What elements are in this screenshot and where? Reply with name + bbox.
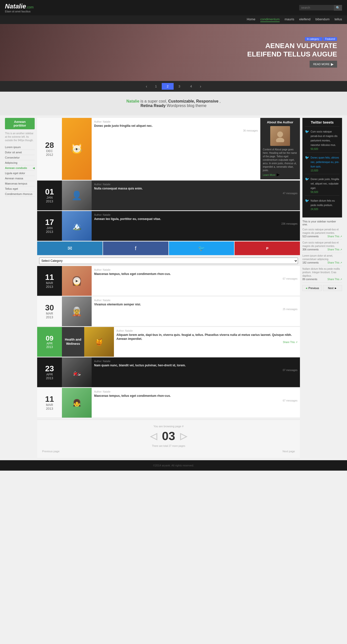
slide-1[interactable]: 1 xyxy=(150,83,162,90)
nav-bibendum[interactable]: bibendum xyxy=(316,17,330,22)
post-day: 17 xyxy=(45,218,54,226)
share-link[interactable]: Share This ↗ xyxy=(328,235,342,238)
next-page-label[interactable]: Next page xyxy=(282,450,295,453)
sidebar-menu-item[interactable]: Ligula eget dolor xyxy=(5,171,35,176)
post-image[interactable]: 🍯 xyxy=(84,327,114,357)
tweet-count: 50,920 xyxy=(310,148,340,150)
slideshow-prev-button[interactable]: ‹ xyxy=(143,83,150,90)
prev-page-label[interactable]: Previous page xyxy=(42,450,60,453)
post-day: 11 xyxy=(45,273,54,281)
post-month: JAN xyxy=(46,196,53,200)
post-block-3: 17 JAN 2013 🏔️ Author: Natalie Aenean le… xyxy=(37,211,300,266)
post-image[interactable]: 🏍️ xyxy=(62,358,92,387)
post-image[interactable]: 🐱 ▶ xyxy=(62,118,92,180)
post-image[interactable]: 👧 xyxy=(62,388,92,418)
author-avatar-svg xyxy=(274,130,286,142)
post-messages: 67 messages xyxy=(94,278,298,280)
sidebar-menu-item[interactable]: Dolor sit amet xyxy=(5,150,35,155)
share-link[interactable]: Share This ↗ xyxy=(328,278,342,281)
sidebar-menu-item[interactable]: Lorem ipsum xyxy=(5,145,35,150)
post-author: Author: Natalie xyxy=(94,268,298,271)
sidebar-menu-item[interactable]: Adipiscing xyxy=(5,160,35,166)
share-this[interactable]: Share This ↗ xyxy=(116,341,298,344)
sidebar-menu-item[interactable]: Aenean massa xyxy=(5,176,35,181)
hero-content: In category : Featured AENEAN VULPUTATE … xyxy=(247,38,347,68)
slide-2[interactable]: 2 xyxy=(162,83,174,90)
nav-condimentum[interactable]: condimentum xyxy=(260,17,280,22)
sidebar-prev-button[interactable]: ◄ Previous xyxy=(302,285,322,291)
post-messages: 36 messages xyxy=(94,129,258,132)
about-author-box: About the Author Content of About page g… xyxy=(260,118,300,179)
post-author: Author: Natalie xyxy=(94,360,298,362)
post-title[interactable]: Aliquam lorem ante, dapi-bus in, viverra… xyxy=(116,333,298,341)
intro-text4: , xyxy=(220,99,220,103)
share-link[interactable]: Share This ↗ xyxy=(328,261,342,264)
comment-text: Cum socis natoque penati-bus et magnis d… xyxy=(302,228,342,235)
share-link[interactable]: Share This ↗ xyxy=(328,248,342,252)
post-title[interactable]: Vivamus elementum semper nisi. xyxy=(94,303,298,307)
post-title[interactable]: Nulla consequat massa quis enim. xyxy=(94,187,298,191)
learn-more-link[interactable]: Learn More xyxy=(263,174,276,176)
prev-arrow-icon: ◄ xyxy=(305,286,308,290)
post-image[interactable]: 🧝 xyxy=(62,296,92,326)
sidebar-menu-item[interactable]: Consectetur xyxy=(5,155,35,160)
post-content: Author: Natalie Donec pede justo fringil… xyxy=(92,118,260,180)
nav-eleifend[interactable]: eleifend xyxy=(299,17,310,22)
tweet-count: 13,920 xyxy=(310,169,340,172)
sidebar-menu-item[interactable]: Maecenas tempus xyxy=(5,181,35,186)
sidebar-description: This is an another sidebar at the extrem… xyxy=(5,132,35,142)
post-image[interactable]: 👩 ▶ xyxy=(62,266,92,296)
footer-copyright: ©2014 aryank. All rights reserved. xyxy=(153,464,194,467)
slide-4[interactable]: 4 xyxy=(185,83,197,90)
pinterest-icon[interactable]: P xyxy=(234,242,300,255)
post-thumbnail: 👤 xyxy=(62,180,92,210)
hero-category: In category : Featured xyxy=(247,38,337,40)
facebook-icon[interactable]: f xyxy=(103,242,168,255)
post-title[interactable]: Aenean leo ligula, porttitor eu, consequ… xyxy=(94,217,298,221)
sidebar-menu-item[interactable]: Condimentum rhoncus xyxy=(5,192,35,197)
nav-tellus[interactable]: tellus xyxy=(334,17,342,22)
post-author: Author: Natalie xyxy=(94,299,298,302)
email-icon[interactable]: ✉ xyxy=(37,242,102,255)
search-input[interactable] xyxy=(299,5,334,10)
post-row: 30 MAR 2013 🧝 Author: Natalie Vivamus el… xyxy=(37,296,300,326)
post-month: JAN xyxy=(46,226,53,230)
next-page-button[interactable]: ▷ xyxy=(180,432,187,441)
search-button[interactable]: 🔍 xyxy=(334,5,342,11)
honey-icon: 🍯 xyxy=(95,338,104,346)
post-title[interactable]: Maecenas tempus, tellus eget condimentum… xyxy=(94,394,298,398)
current-page-number: 03 xyxy=(162,430,175,442)
sidebar-widget-title: Aenean porttitor xyxy=(5,118,35,129)
post-month: MAR xyxy=(46,281,53,285)
post-year: 2013 xyxy=(46,200,53,203)
nav-mauris[interactable]: mauris xyxy=(284,17,294,22)
post-date: 28 DEC 2012 xyxy=(37,118,62,180)
post-image[interactable]: 👤 xyxy=(62,180,92,210)
post-title[interactable]: Maecenas tempus, tellus eget condimentum… xyxy=(94,272,298,276)
play-button-icon[interactable]: ▶ xyxy=(73,145,80,152)
tweet-text: Donec pede justo, fringilla vel, aliquet… xyxy=(310,178,339,190)
category-select[interactable]: Select Category Health Technology Lifest… xyxy=(39,258,298,264)
post-thumbnail: 🐱 ▶ xyxy=(62,118,92,180)
intro-text2: is a super cool, xyxy=(140,99,168,103)
post-title[interactable]: Nam quam nunc, blandit vel, luctus pulvi… xyxy=(94,364,298,368)
intro-brand: Natalie xyxy=(126,99,139,103)
slideshow-next-button[interactable]: › xyxy=(197,83,204,90)
sidebar-next-button[interactable]: Next ► xyxy=(323,285,342,291)
post-image[interactable]: 🏔️ xyxy=(62,211,92,241)
slide-3[interactable]: 3 xyxy=(174,83,185,90)
post-author: Author: Natalie xyxy=(94,214,298,216)
twitter-bird-icon: 🐦 xyxy=(305,199,309,210)
post-title[interactable]: Donec pede justo fringilla vel aliquet n… xyxy=(94,124,258,128)
logo-com: .com xyxy=(26,5,34,9)
post-content: Author: Natalie Aliquam lorem ante, dapi… xyxy=(114,327,300,357)
nav-home[interactable]: Home xyxy=(247,17,255,22)
hero-read-more-button[interactable]: READ MORE ▶ xyxy=(310,61,337,68)
sidebar-menu-item-active[interactable]: Aenean condodo xyxy=(5,166,35,171)
sidebar-menu-item[interactable]: Tellus eget xyxy=(5,186,35,192)
twitter-icon[interactable]: 🐦 xyxy=(169,242,234,255)
pagination-labels: Previous page Next page xyxy=(42,450,295,453)
twitter-title: Twitter tweets xyxy=(305,120,340,126)
play-button-icon[interactable]: ▶ xyxy=(73,277,80,284)
prev-page-button[interactable]: ◁ xyxy=(150,432,157,441)
